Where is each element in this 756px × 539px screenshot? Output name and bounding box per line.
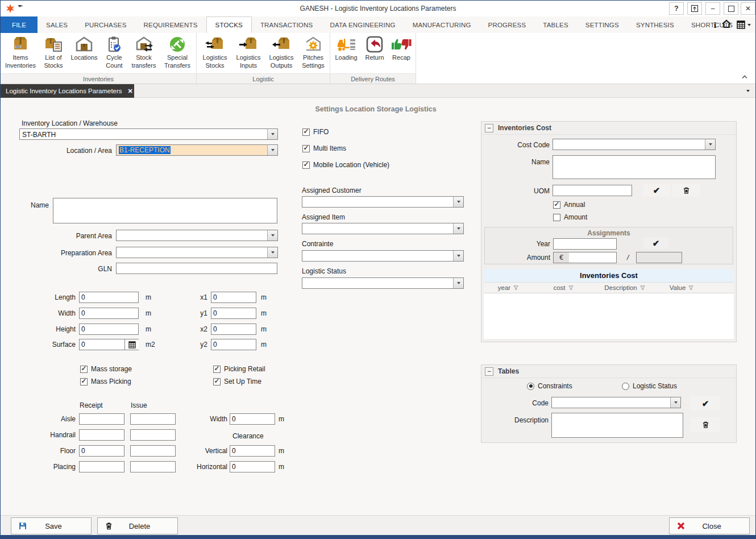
height-input[interactable] bbox=[79, 324, 139, 335]
menu-manufacturing[interactable]: MANUFACTURING bbox=[404, 16, 480, 33]
filter-icon[interactable] bbox=[688, 285, 693, 291]
cost-code-dropdown-icon[interactable] bbox=[705, 139, 715, 150]
menu-data-engineering[interactable]: DATA ENGINEERING bbox=[321, 16, 404, 33]
contrainte-dropdown-icon[interactable] bbox=[453, 251, 463, 261]
floor-issue-input[interactable] bbox=[130, 445, 176, 457]
placing-issue-input[interactable] bbox=[130, 461, 176, 472]
code-combobox[interactable] bbox=[551, 397, 681, 408]
fifo-checkbox[interactable]: FIFO bbox=[302, 128, 329, 136]
ribbon-logistics-stocks[interactable]: Logistics Stocks bbox=[198, 34, 232, 70]
preparation-area-combobox[interactable] bbox=[116, 247, 278, 258]
warehouse-dropdown-icon[interactable] bbox=[267, 129, 277, 139]
assigned-item-dropdown-icon[interactable] bbox=[453, 223, 463, 234]
save-button[interactable]: Save bbox=[11, 517, 92, 534]
cost-confirm-button[interactable]: ✔ bbox=[643, 184, 670, 197]
parent-area-dropdown-icon[interactable] bbox=[267, 230, 277, 241]
floor-receipt-input[interactable] bbox=[79, 445, 124, 457]
ribbon-return[interactable]: Return bbox=[361, 34, 388, 62]
menu-transactions[interactable]: TRANSACTIONS bbox=[252, 16, 322, 33]
ribbon-cycle-count[interactable]: Cycle Count bbox=[101, 34, 128, 70]
name-textarea[interactable] bbox=[53, 198, 277, 223]
aisle-issue-input[interactable] bbox=[130, 413, 176, 425]
mass-storage-checkbox[interactable]: Mass storage bbox=[80, 365, 132, 373]
grid-column-cost[interactable]: cost bbox=[533, 283, 594, 293]
menu-progress[interactable]: PROGRESS bbox=[480, 16, 535, 33]
menu-sales[interactable]: SALES bbox=[38, 16, 76, 33]
info-icon[interactable]: i bbox=[714, 20, 716, 30]
tab-list-caret-icon[interactable] bbox=[746, 90, 750, 92]
vertical-input[interactable] bbox=[230, 445, 275, 457]
set-up-time-checkbox[interactable]: Set Up Time bbox=[213, 378, 261, 385]
mass-picking-checkbox[interactable]: Mass Picking bbox=[80, 378, 131, 385]
tab-close-icon[interactable]: ✕ bbox=[128, 88, 133, 95]
year-input[interactable] bbox=[553, 238, 617, 250]
multi-items-checkbox[interactable]: Multi Items bbox=[302, 144, 346, 152]
maximize-button[interactable] bbox=[724, 2, 738, 15]
aisle-receipt-input[interactable] bbox=[79, 413, 124, 425]
ribbon-recap[interactable]: Recap bbox=[388, 34, 414, 62]
close-button[interactable]: Close bbox=[669, 517, 750, 534]
assignment-confirm-button[interactable]: ✔ bbox=[643, 237, 669, 249]
location-area-combobox[interactable]: B1-RECEPTION bbox=[116, 144, 278, 156]
cost-name-textarea[interactable] bbox=[553, 155, 716, 179]
calculator-caret-icon[interactable] bbox=[747, 24, 751, 26]
grid-column-value[interactable]: Value bbox=[655, 283, 708, 293]
picking-retail-checkbox[interactable]: Picking Retail bbox=[213, 365, 265, 373]
placing-receipt-input[interactable] bbox=[79, 461, 124, 472]
help-button[interactable]: ? bbox=[669, 2, 684, 15]
menu-tables[interactable]: TABLES bbox=[534, 16, 576, 33]
surface-calculator-button[interactable] bbox=[124, 339, 139, 350]
menu-file[interactable]: FILE bbox=[1, 16, 38, 33]
table-delete-button[interactable] bbox=[691, 417, 720, 432]
ribbon-loading[interactable]: Loading bbox=[331, 34, 361, 62]
assigned-customer-combobox[interactable] bbox=[302, 196, 464, 208]
table-confirm-button[interactable]: ✔ bbox=[691, 396, 720, 411]
menu-purchases[interactable]: PURCHASES bbox=[76, 16, 135, 33]
ribbon-logistics-inputs[interactable]: Logistics Inputs bbox=[232, 34, 265, 70]
horizontal-input[interactable] bbox=[230, 461, 275, 472]
filter-icon[interactable] bbox=[640, 285, 645, 291]
width-input[interactable] bbox=[79, 308, 139, 319]
menu-requirements[interactable]: REQUIREMENTS bbox=[135, 16, 206, 33]
logistic-status-combobox[interactable] bbox=[302, 277, 464, 289]
menu-synthesis[interactable]: SYNTHESIS bbox=[628, 16, 683, 33]
collapse-icon[interactable]: − bbox=[485, 124, 493, 132]
grid-column-description[interactable]: Description bbox=[594, 283, 655, 293]
ribbon-stock-transfers[interactable]: Stock transfers bbox=[128, 34, 160, 70]
logistic-status-radio[interactable]: Logistic Status bbox=[622, 382, 677, 390]
home-icon[interactable] bbox=[721, 19, 732, 31]
delete-button[interactable]: Delete bbox=[97, 517, 178, 534]
menu-stocks[interactable]: STOCKS bbox=[206, 16, 252, 33]
handrail-issue-input[interactable] bbox=[130, 429, 176, 441]
cost-code-combobox[interactable] bbox=[553, 139, 716, 150]
assigned-item-combobox[interactable] bbox=[302, 223, 464, 234]
aisle-width-input[interactable] bbox=[230, 413, 275, 425]
code-dropdown-icon[interactable] bbox=[670, 397, 680, 408]
ribbon-locations[interactable]: Locations bbox=[68, 34, 101, 62]
mobile-location-checkbox[interactable]: Mobile Location (Vehicle) bbox=[302, 161, 389, 169]
amount-input[interactable] bbox=[569, 252, 617, 263]
menu-settings[interactable]: SETTINGS bbox=[577, 16, 628, 33]
preparation-area-dropdown-icon[interactable] bbox=[267, 247, 277, 258]
constraints-radio[interactable]: Constraints bbox=[527, 382, 572, 390]
parent-area-combobox[interactable] bbox=[116, 230, 278, 241]
contrainte-combobox[interactable] bbox=[302, 250, 464, 262]
ribbon-special-transfers[interactable]: Special Transfers bbox=[160, 34, 195, 70]
length-input[interactable] bbox=[79, 292, 139, 303]
logistic-status-dropdown-icon[interactable] bbox=[453, 278, 463, 288]
close-window-button[interactable]: ✕ bbox=[741, 2, 755, 15]
y2-input[interactable] bbox=[211, 339, 256, 350]
tab-logistic-inventory-locations[interactable]: Logistic Inventory Locations Parameters … bbox=[1, 84, 134, 98]
warehouse-combobox[interactable]: ST-BARTH bbox=[19, 128, 278, 140]
grid-column-year[interactable]: year bbox=[484, 283, 533, 293]
minimize-button[interactable]: – bbox=[705, 2, 720, 15]
ribbon-collapse-icon[interactable] bbox=[742, 71, 747, 81]
filter-icon[interactable] bbox=[513, 285, 518, 291]
amount-checkbox[interactable]: Amount bbox=[553, 213, 587, 221]
ribbon-logistics-outputs[interactable]: Logistics Outputs bbox=[265, 34, 298, 70]
cost-delete-button[interactable] bbox=[672, 184, 700, 197]
collapse-icon[interactable]: − bbox=[485, 367, 493, 376]
uom-input[interactable] bbox=[553, 185, 632, 196]
x2-input[interactable] bbox=[211, 324, 256, 335]
y1-input[interactable] bbox=[211, 308, 256, 319]
